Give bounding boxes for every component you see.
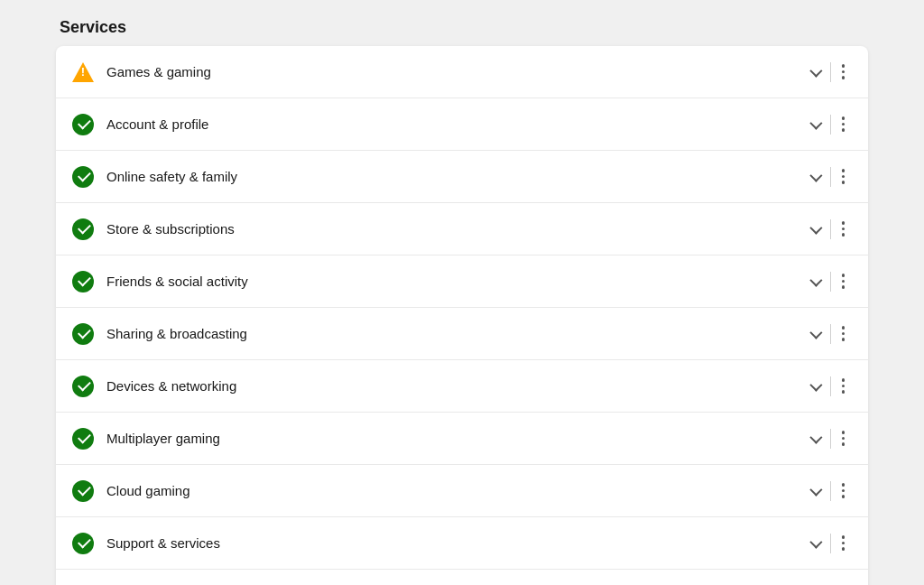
check-icon: [72, 376, 94, 397]
service-row: Online safety & family: [56, 151, 868, 203]
dot-icon: [842, 495, 845, 498]
vertical-divider: [830, 167, 831, 187]
expand-button[interactable]: [803, 115, 827, 135]
dot-icon: [842, 437, 845, 441]
vertical-divider: [830, 481, 831, 501]
chevron-down-icon: [809, 64, 822, 77]
check-icon: [72, 533, 94, 554]
dot-icon: [842, 390, 845, 394]
vertical-divider: [830, 324, 831, 344]
vertical-divider: [830, 115, 831, 135]
dot-icon: [842, 123, 845, 126]
expand-button[interactable]: [803, 272, 827, 292]
service-row: ! Games & gaming: [56, 46, 868, 98]
dot-icon: [842, 338, 845, 341]
dot-icon: [842, 175, 845, 179]
check-icon: [72, 218, 94, 240]
service-label: Store & subscriptions: [106, 221, 790, 237]
dot-icon: [842, 489, 845, 493]
page-container: Services ! Games & gaming: [56, 18, 868, 585]
chevron-down-icon: [809, 535, 822, 548]
dot-icon: [842, 221, 845, 225]
service-row: Support & services: [56, 517, 868, 570]
dot-icon: [842, 116, 845, 120]
more-options-button[interactable]: [835, 59, 853, 85]
service-row: Apps & mobile: [56, 570, 868, 585]
row-actions: [803, 59, 853, 85]
expand-button[interactable]: [803, 481, 827, 501]
vertical-divider: [830, 376, 831, 396]
expand-button[interactable]: [803, 376, 827, 396]
dot-icon: [842, 128, 845, 132]
more-options-button[interactable]: [835, 163, 853, 190]
service-label: Multiplayer gaming: [106, 431, 790, 446]
more-options-button[interactable]: [835, 425, 853, 451]
chevron-down-icon: [809, 221, 822, 234]
warning-icon: !: [72, 61, 94, 83]
dot-icon: [842, 326, 845, 330]
service-label: Sharing & broadcasting: [106, 326, 790, 341]
check-icon: [72, 114, 94, 135]
row-actions: [803, 478, 853, 504]
dot-icon: [842, 431, 845, 434]
row-actions: [803, 530, 853, 556]
more-options-button[interactable]: [835, 216, 853, 242]
check-icon: [72, 271, 94, 292]
expand-button[interactable]: [803, 429, 827, 449]
row-actions: [803, 373, 853, 399]
dot-icon: [842, 181, 845, 184]
more-options-button[interactable]: [835, 530, 853, 556]
service-label: Cloud gaming: [106, 483, 790, 498]
row-actions: [803, 163, 853, 190]
row-actions: [803, 320, 853, 347]
expand-button[interactable]: [803, 534, 827, 553]
check-icon: [72, 323, 94, 345]
dot-icon: [842, 542, 845, 545]
more-options-button[interactable]: [835, 320, 853, 347]
chevron-down-icon: [809, 326, 822, 339]
row-actions: [803, 216, 853, 242]
service-row: Sharing & broadcasting: [56, 308, 868, 360]
expand-button[interactable]: [803, 219, 827, 239]
chevron-down-icon: [809, 378, 822, 391]
row-actions: [803, 111, 853, 137]
expand-button[interactable]: [803, 324, 827, 344]
chevron-down-icon: [809, 431, 822, 443]
expand-button[interactable]: [803, 62, 827, 82]
chevron-down-icon: [809, 274, 822, 286]
chevron-down-icon: [809, 116, 822, 129]
service-label: Support & services: [106, 535, 790, 551]
check-icon: [72, 166, 94, 188]
service-row: Account & profile: [56, 98, 868, 151]
service-label: Devices & networking: [106, 378, 790, 394]
more-options-button[interactable]: [835, 373, 853, 399]
dot-icon: [842, 169, 845, 172]
service-row: Cloud gaming: [56, 465, 868, 517]
more-options-button[interactable]: [835, 268, 853, 294]
vertical-divider: [830, 429, 831, 449]
dot-icon: [842, 64, 845, 68]
dot-icon: [842, 70, 845, 74]
dot-icon: [842, 385, 845, 388]
dot-icon: [842, 285, 845, 289]
service-label: Friends & social activity: [106, 274, 790, 289]
more-options-button[interactable]: [835, 478, 853, 504]
more-options-button[interactable]: [835, 111, 853, 137]
service-label: Account & profile: [106, 116, 790, 132]
dot-icon: [842, 547, 845, 551]
expand-button[interactable]: [803, 167, 827, 187]
vertical-divider: [830, 62, 831, 82]
dot-icon: [842, 332, 845, 336]
dot-icon: [842, 535, 845, 539]
vertical-divider: [830, 219, 831, 239]
services-list: ! Games & gaming Account: [56, 46, 868, 585]
dot-icon: [842, 274, 845, 277]
check-icon: [72, 428, 94, 450]
service-label: Games & gaming: [106, 64, 790, 79]
chevron-down-icon: [809, 169, 822, 181]
dot-icon: [842, 280, 845, 283]
row-actions: [803, 425, 853, 451]
dot-icon: [842, 483, 845, 487]
dot-icon: [842, 233, 845, 237]
section-title: Services: [56, 18, 868, 37]
